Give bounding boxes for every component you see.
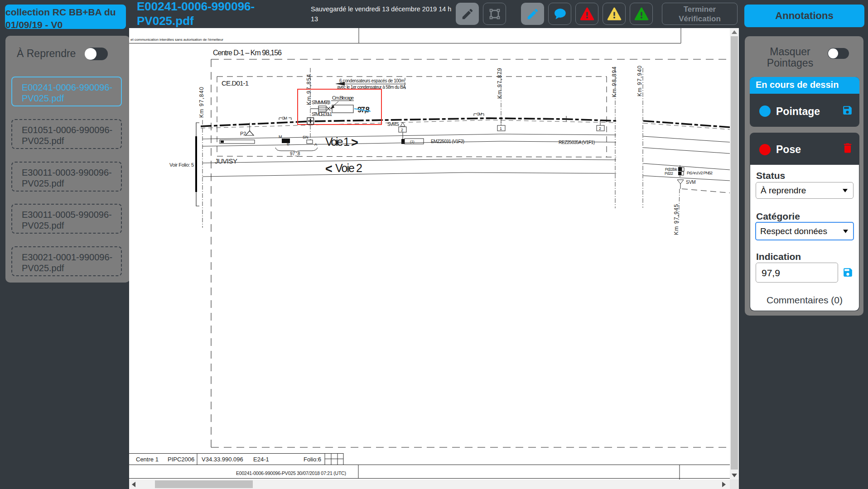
svg-text:REZ25035A (V1F1): REZ25035A (V1F1) (559, 140, 595, 145)
svg-text:Voie 2: Voie 2 (335, 162, 362, 174)
svg-text:Centre 1: Centre 1 (136, 456, 159, 463)
svg-text:STM.CE.D01-1: STM.CE.D01-1 (312, 112, 332, 117)
svg-text:EMZ25031 (V1F2): EMZ25031 (V1F2) (431, 139, 464, 144)
svg-text:GM: GM (477, 112, 482, 116)
svg-text:CE.D01-1: CE.D01-1 (222, 79, 249, 87)
svg-text:Centre D-1 – Km 98,156: Centre D-1 – Km 98,156 (213, 49, 282, 57)
svg-text:A: A (314, 142, 317, 147)
svg-text:PIPC2006: PIPC2006 (168, 456, 194, 463)
svg-text:JUVISY: JUVISY (215, 157, 237, 165)
svg-text:E24-1: E24-1 (253, 456, 269, 463)
svg-text:>: > (351, 136, 358, 149)
svg-text:Voie 1: Voie 1 (325, 135, 350, 148)
svg-text:GM: GM (282, 116, 287, 120)
svg-text:Folio:6: Folio:6 (304, 456, 321, 463)
svg-text:Km 98,894: Km 98,894 (611, 67, 617, 97)
svg-text:SN: SN (303, 135, 309, 139)
svg-text:B: B (287, 142, 289, 146)
svg-text:Voir Folio: 5: Voir Folio: 5 (169, 162, 194, 168)
svg-text:Km 97,940: Km 97,940 (637, 66, 643, 96)
svg-text:et communication interdites sa: et communication interdites sans autoris… (130, 38, 223, 42)
svg-text:1: 1 (500, 126, 502, 131)
svg-text:<: < (325, 162, 333, 176)
svg-text:2: 2 (599, 126, 601, 131)
svg-text:M: M (279, 134, 282, 139)
svg-text:Km 97,945: Km 97,945 (673, 204, 680, 235)
svg-text:STM.MM97,8: STM.MM97,8 (312, 100, 330, 105)
svg-text:E00241-0006-990096-PV025 30/07: E00241-0006-990096-PV025 30/07/2018 07:2… (236, 470, 346, 476)
svg-text:Km 97,840: Km 97,840 (198, 87, 205, 118)
svg-text:6 condensateurs espacés de 100: 6 condensateurs espacés de 100m (339, 78, 405, 83)
svg-text:97_8: 97_8 (290, 151, 300, 156)
svg-text:Km 97,879: Km 97,879 (497, 68, 503, 99)
svg-text:P2: P2 (240, 131, 246, 136)
svg-text:SVM: SVM (686, 180, 696, 185)
svg-text:Pd22: Pd22 (665, 171, 673, 176)
svg-text:V34.33.990.096: V34.33.990.096 (202, 456, 243, 463)
svg-text:SVM.S: SVM.S (387, 122, 399, 127)
svg-text:avec le 1er condensateur à 58m: avec le 1er condensateur à 58m du BA (337, 85, 406, 90)
svg-text:Cm.Blocage: Cm.Blocage (332, 95, 354, 101)
svg-text:Pd.An.I.V2 PN52: Pd.An.I.V2 PN52 (687, 170, 713, 175)
svg-text:2: 2 (401, 128, 403, 132)
